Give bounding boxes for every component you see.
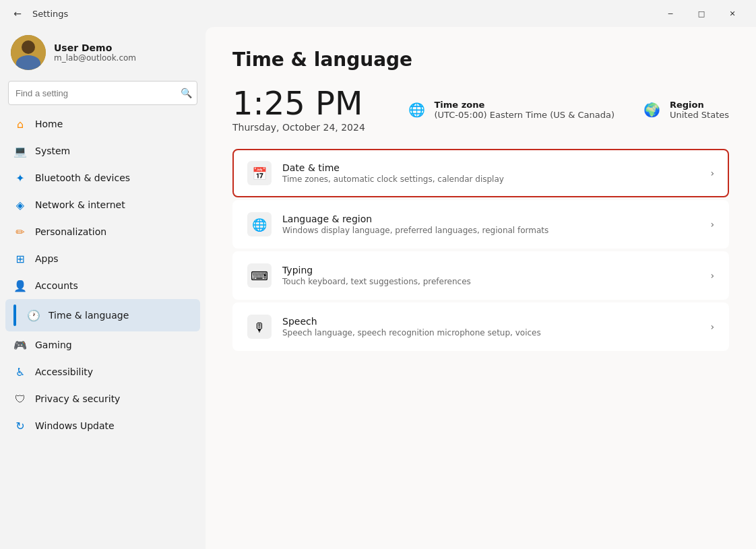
close-button[interactable]: ✕ xyxy=(717,3,748,24)
titlebar: ← Settings ─ □ ✕ xyxy=(0,0,756,27)
speech-content: SpeechSpeech language, speech recognitio… xyxy=(282,316,710,337)
apps-icon: ⊞ xyxy=(13,252,27,265)
bluetooth-icon: ✦ xyxy=(13,171,27,185)
accessibility-icon: ♿ xyxy=(13,365,27,379)
settings-item-language-region[interactable]: 🌐Language & regionWindows display langua… xyxy=(232,200,729,249)
nav-item-apps[interactable]: ⊞Apps xyxy=(5,245,200,272)
nav-item-system[interactable]: 💻System xyxy=(5,137,200,164)
speech-arrow: › xyxy=(710,321,714,332)
minimize-button[interactable]: ─ xyxy=(655,3,686,24)
time-header: 1:25 PM Thursday, October 24, 2024 🌐 Tim… xyxy=(232,87,729,133)
user-name: User Demo xyxy=(54,42,136,53)
search-box: 🔍 xyxy=(8,81,197,105)
timezone-info: 🌐 Time zone (UTC-05:00) Eastern Time (US… xyxy=(406,99,615,121)
timezone-icon: 🌐 xyxy=(406,99,428,121)
nav-label-gaming: Gaming xyxy=(35,340,72,350)
network-icon: ◈ xyxy=(13,198,27,212)
date-time-title: Date & time xyxy=(282,162,710,173)
nav-item-home[interactable]: ⌂Home xyxy=(5,110,200,137)
nav-label-privacy: Privacy & security xyxy=(35,393,120,404)
typing-icon: ⌨ xyxy=(247,263,272,288)
time-display: 1:25 PM Thursday, October 24, 2024 xyxy=(232,87,365,133)
language-region-icon: 🌐 xyxy=(247,212,272,236)
accounts-icon: 👤 xyxy=(13,279,27,292)
nav-label-accessibility: Accessibility xyxy=(35,366,93,377)
region-label: Region xyxy=(670,100,729,110)
nav-item-time[interactable]: 🕐Time & language xyxy=(5,299,200,331)
timezone-text: Time zone (UTC-05:00) Eastern Time (US &… xyxy=(435,100,615,120)
window-title: Settings xyxy=(32,9,655,19)
gaming-icon: 🎮 xyxy=(13,338,27,352)
current-time: 1:25 PM xyxy=(232,87,365,119)
nav-item-personalization[interactable]: ✏Personalization xyxy=(5,218,200,245)
language-region-arrow: › xyxy=(710,219,714,230)
nav-label-home: Home xyxy=(35,119,63,129)
nav-item-bluetooth[interactable]: ✦Bluetooth & devices xyxy=(5,164,200,191)
sidebar: User Demo m_lab@outlook.com 🔍 ⌂Home💻Syst… xyxy=(0,27,206,549)
time-info: 🌐 Time zone (UTC-05:00) Eastern Time (US… xyxy=(392,99,729,121)
typing-arrow: › xyxy=(710,270,714,281)
user-email: m_lab@outlook.com xyxy=(54,53,136,63)
content-area: Time & language 1:25 PM Thursday, Octobe… xyxy=(206,27,756,549)
nav-item-network[interactable]: ◈Network & internet xyxy=(5,191,200,218)
maximize-button[interactable]: □ xyxy=(686,3,717,24)
nav-label-accounts: Accounts xyxy=(35,280,78,291)
search-icon: 🔍 xyxy=(181,88,192,98)
nav-item-gaming[interactable]: 🎮Gaming xyxy=(5,331,200,358)
nav-label-time: Time & language xyxy=(49,310,129,321)
nav-item-accounts[interactable]: 👤Accounts xyxy=(5,272,200,299)
timezone-label: Time zone xyxy=(435,100,615,110)
language-region-title: Language & region xyxy=(282,214,710,224)
nav-label-apps: Apps xyxy=(35,253,59,264)
nav-label-personalization: Personalization xyxy=(35,226,106,237)
date-time-arrow: › xyxy=(710,168,714,179)
nav-label-system: System xyxy=(35,146,70,156)
region-value: United States xyxy=(670,110,729,120)
typing-content: TypingTouch keyboard, text suggestions, … xyxy=(282,265,710,286)
main-layout: User Demo m_lab@outlook.com 🔍 ⌂Home💻Syst… xyxy=(0,27,756,549)
date-time-icon: 📅 xyxy=(247,161,272,185)
typing-desc: Touch keyboard, text suggestions, prefer… xyxy=(282,277,710,286)
back-button[interactable]: ← xyxy=(8,4,27,23)
date-time-desc: Time zones, automatic clock settings, ca… xyxy=(282,174,710,184)
nav-item-update[interactable]: ↻Windows Update xyxy=(5,412,200,439)
user-info: User Demo m_lab@outlook.com xyxy=(54,42,136,63)
timezone-value: (UTC-05:00) Eastern Time (US & Canada) xyxy=(435,110,615,120)
current-date: Thursday, October 24, 2024 xyxy=(232,122,365,133)
window-controls: ─ □ ✕ xyxy=(655,3,748,24)
typing-title: Typing xyxy=(282,265,710,276)
language-region-content: Language & regionWindows display languag… xyxy=(282,214,710,235)
region-icon: 🌍 xyxy=(641,99,663,121)
avatar xyxy=(11,35,46,70)
nav-label-network: Network & internet xyxy=(35,199,125,210)
region-text: Region United States xyxy=(670,100,729,120)
nav-label-update: Windows Update xyxy=(35,420,115,431)
time-icon: 🕐 xyxy=(27,309,40,322)
settings-item-speech[interactable]: 🎙SpeechSpeech language, speech recogniti… xyxy=(232,302,729,351)
settings-item-date-time[interactable]: 📅Date & timeTime zones, automatic clock … xyxy=(232,149,729,197)
nav-label-bluetooth: Bluetooth & devices xyxy=(35,172,130,183)
user-profile: User Demo m_lab@outlook.com xyxy=(5,27,200,81)
speech-desc: Speech language, speech recognition micr… xyxy=(282,328,710,337)
nav-list: ⌂Home💻System✦Bluetooth & devices◈Network… xyxy=(5,110,200,439)
update-icon: ↻ xyxy=(13,419,27,432)
nav-item-accessibility[interactable]: ♿Accessibility xyxy=(5,358,200,385)
settings-list: 📅Date & timeTime zones, automatic clock … xyxy=(232,149,729,351)
nav-item-privacy[interactable]: 🛡Privacy & security xyxy=(5,385,200,412)
personalization-icon: ✏ xyxy=(13,225,27,238)
language-region-desc: Windows display language, preferred lang… xyxy=(282,226,710,235)
system-icon: 💻 xyxy=(13,144,27,158)
region-info: 🌍 Region United States xyxy=(641,99,729,121)
active-indicator xyxy=(13,304,16,326)
speech-title: Speech xyxy=(282,316,710,327)
date-time-content: Date & timeTime zones, automatic clock s… xyxy=(282,162,710,184)
privacy-icon: 🛡 xyxy=(13,392,27,406)
settings-item-typing[interactable]: ⌨TypingTouch keyboard, text suggestions,… xyxy=(232,251,729,300)
home-icon: ⌂ xyxy=(13,117,27,131)
speech-icon: 🎙 xyxy=(247,315,272,339)
page-title: Time & language xyxy=(232,49,729,71)
search-input[interactable] xyxy=(8,81,197,105)
